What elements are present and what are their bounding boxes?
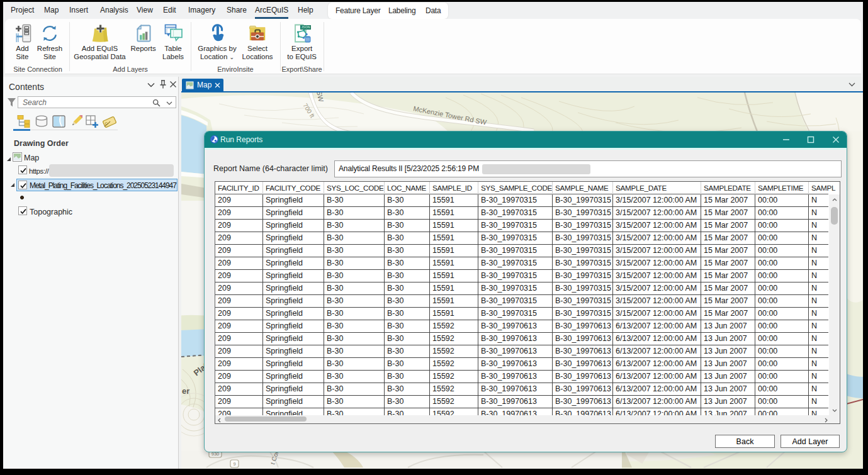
svg-text:9: 9 xyxy=(233,461,235,467)
svg-text:JSON: JSON xyxy=(301,25,310,29)
svg-text:er: er xyxy=(182,386,189,396)
